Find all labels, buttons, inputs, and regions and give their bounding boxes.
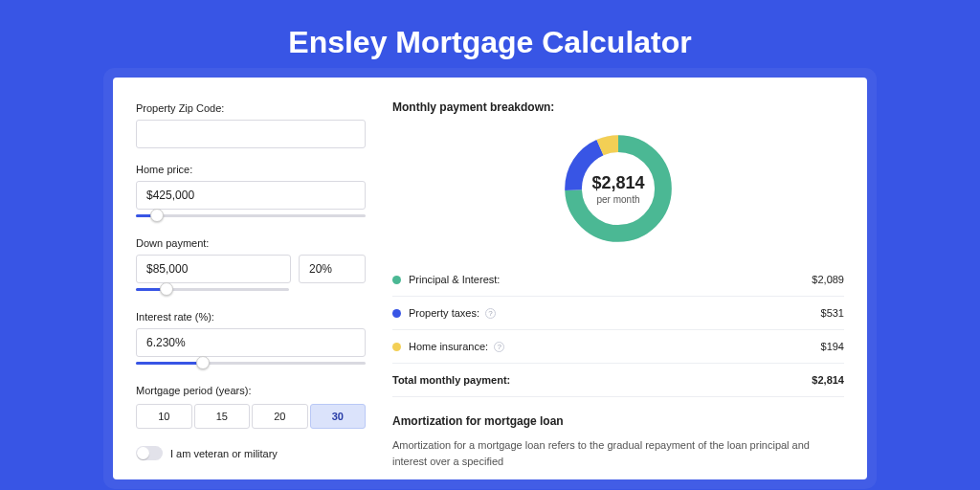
period-buttons: 10152030 bbox=[136, 404, 366, 429]
home-price-slider[interactable] bbox=[136, 209, 366, 222]
page-title: Ensley Mortgage Calculator bbox=[0, 0, 980, 78]
down-payment-pct-input[interactable] bbox=[299, 255, 366, 283]
amortization-text: Amortization for a mortgage loan refers … bbox=[392, 437, 844, 469]
breakdown-title: Monthly payment breakdown: bbox=[392, 100, 844, 114]
interest-rate-label: Interest rate (%): bbox=[136, 311, 366, 323]
legend-value: $2,089 bbox=[812, 274, 844, 285]
period-btn-20[interactable]: 20 bbox=[252, 404, 308, 429]
legend-dot bbox=[392, 343, 401, 351]
home-price-label: Home price: bbox=[136, 164, 366, 175]
toggle-knob bbox=[137, 447, 149, 459]
donut-amount: $2,814 bbox=[591, 173, 644, 193]
donut-chart: $2,814 per month bbox=[559, 129, 678, 248]
legend-dot bbox=[392, 309, 401, 318]
legend-name: Home insurance: bbox=[409, 341, 488, 352]
donut-label: per month bbox=[596, 194, 639, 205]
down-payment-label: Down payment: bbox=[136, 237, 366, 249]
legend-total-label: Total monthly payment: bbox=[392, 374, 510, 386]
legend-value: $531 bbox=[821, 307, 844, 319]
legend-value: $194 bbox=[821, 341, 844, 352]
form-panel: Property Zip Code: Home price: Down paym… bbox=[136, 100, 366, 479]
home-price-input[interactable] bbox=[136, 181, 366, 210]
zip-input[interactable] bbox=[136, 120, 366, 148]
legend-row: Home insurance:?$194 bbox=[392, 330, 844, 364]
period-btn-30[interactable]: 30 bbox=[310, 404, 367, 429]
donut-chart-wrap: $2,814 per month bbox=[392, 123, 844, 263]
veteran-toggle[interactable] bbox=[136, 446, 163, 460]
legend-list: Principal & Interest:$2,089Property taxe… bbox=[392, 263, 844, 364]
legend-total-value: $2,814 bbox=[812, 374, 844, 386]
legend-name: Principal & Interest: bbox=[409, 274, 500, 285]
down-payment-amount-input[interactable] bbox=[136, 255, 291, 283]
amortization-title: Amortization for mortgage loan bbox=[392, 414, 844, 428]
info-icon[interactable]: ? bbox=[494, 341, 504, 352]
interest-rate-input[interactable] bbox=[136, 328, 366, 357]
period-btn-15[interactable]: 15 bbox=[194, 404, 251, 429]
veteran-toggle-label: I am veteran or military bbox=[170, 448, 278, 459]
down-payment-slider[interactable] bbox=[136, 282, 289, 296]
calculator-card: Property Zip Code: Home price: Down paym… bbox=[113, 78, 867, 479]
info-icon[interactable]: ? bbox=[485, 307, 496, 319]
legend-row: Principal & Interest:$2,089 bbox=[392, 263, 844, 297]
interest-rate-slider[interactable] bbox=[136, 356, 366, 369]
slider-thumb[interactable] bbox=[160, 282, 173, 296]
legend-dot bbox=[392, 276, 401, 284]
slider-thumb[interactable] bbox=[196, 356, 210, 369]
zip-label: Property Zip Code: bbox=[136, 102, 366, 114]
period-label: Mortgage period (years): bbox=[136, 385, 366, 396]
legend-total-row: Total monthly payment: $2,814 bbox=[392, 364, 844, 397]
period-btn-10[interactable]: 10 bbox=[136, 404, 192, 429]
slider-thumb[interactable] bbox=[150, 209, 164, 222]
legend-name: Property taxes: bbox=[409, 307, 479, 319]
legend-row: Property taxes:?$531 bbox=[392, 297, 844, 330]
breakdown-panel: Monthly payment breakdown: $2,814 per mo… bbox=[392, 100, 844, 479]
